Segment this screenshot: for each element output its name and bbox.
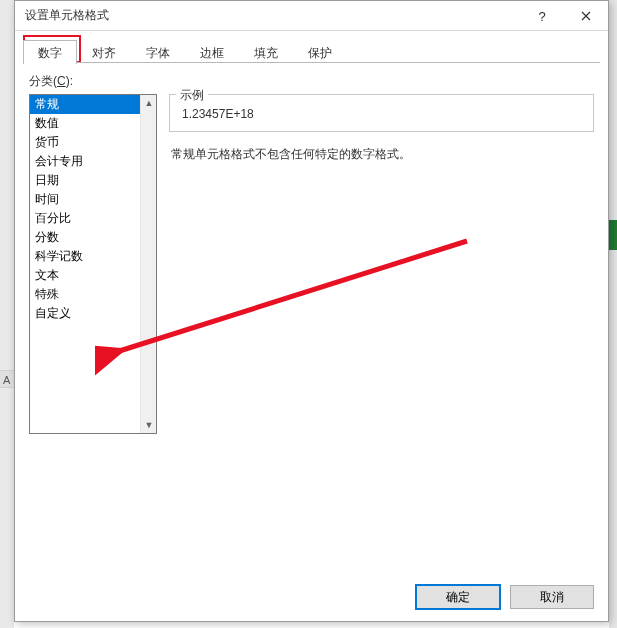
titlebar: 设置单元格格式 ? <box>15 1 608 31</box>
format-description: 常规单元格格式不包含任何特定的数字格式。 <box>171 146 594 163</box>
tab-underline <box>23 62 600 63</box>
ok-button[interactable]: 确定 <box>416 585 500 609</box>
tab-strip: 数字 对齐 字体 边框 填充 保护 <box>15 31 608 63</box>
tab-label: 对齐 <box>92 46 116 60</box>
cancel-button[interactable]: 取消 <box>510 585 594 609</box>
window-controls: ? <box>520 1 608 31</box>
category-item[interactable]: 自定义 <box>30 304 156 323</box>
category-item[interactable]: 科学记数 <box>30 247 156 266</box>
category-item[interactable]: 文本 <box>30 266 156 285</box>
category-item[interactable]: 会计专用 <box>30 152 156 171</box>
tab-label: 字体 <box>146 46 170 60</box>
category-label: 分类(C): <box>29 73 594 90</box>
bg-col-label: A <box>3 374 10 386</box>
detail-pane: 示例 1.23457E+18 常规单元格格式不包含任何特定的数字格式。 <box>169 94 594 434</box>
dialog-button-row: 确定 取消 <box>15 573 608 621</box>
tab-label: 保护 <box>308 46 332 60</box>
format-cells-dialog: 设置单元格格式 ? 数字 对齐 字体 边框 填充 保护 分类(C): 常规数值货… <box>14 0 609 622</box>
tab-fill[interactable]: 填充 <box>239 40 293 64</box>
button-label: 确定 <box>446 590 470 604</box>
help-icon: ? <box>538 9 545 24</box>
category-item[interactable]: 分数 <box>30 228 156 247</box>
tab-number[interactable]: 数字 <box>23 40 77 64</box>
category-item[interactable]: 百分比 <box>30 209 156 228</box>
help-button[interactable]: ? <box>520 1 564 31</box>
category-item[interactable]: 特殊 <box>30 285 156 304</box>
bg-left-strip <box>0 0 14 628</box>
sample-legend: 示例 <box>176 87 208 104</box>
category-item[interactable]: 时间 <box>30 190 156 209</box>
button-label: 取消 <box>540 590 564 604</box>
bg-right-strip <box>609 0 617 628</box>
tab-label: 数字 <box>38 46 62 60</box>
tab-alignment[interactable]: 对齐 <box>77 40 131 64</box>
scroll-up-button[interactable]: ▲ <box>141 95 157 111</box>
close-button[interactable] <box>564 1 608 31</box>
category-item[interactable]: 数值 <box>30 114 156 133</box>
close-icon <box>581 11 591 21</box>
scroll-down-button[interactable]: ▼ <box>141 417 157 433</box>
bg-green-strip <box>609 220 617 250</box>
tab-label: 填充 <box>254 46 278 60</box>
sample-groupbox: 示例 1.23457E+18 <box>169 94 594 132</box>
category-item[interactable]: 常规 <box>30 95 156 114</box>
dialog-content: 分类(C): 常规数值货币会计专用日期时间百分比分数科学记数文本特殊自定义 ▲ … <box>15 63 608 573</box>
tab-label: 边框 <box>200 46 224 60</box>
tab-protection[interactable]: 保护 <box>293 40 347 64</box>
tab-font[interactable]: 字体 <box>131 40 185 64</box>
dialog-title: 设置单元格格式 <box>25 7 109 24</box>
category-listbox[interactable]: 常规数值货币会计专用日期时间百分比分数科学记数文本特殊自定义 ▲ ▼ <box>29 94 157 434</box>
tab-border[interactable]: 边框 <box>185 40 239 64</box>
category-item[interactable]: 货币 <box>30 133 156 152</box>
scrollbar[interactable]: ▲ ▼ <box>140 95 156 433</box>
sample-value: 1.23457E+18 <box>182 107 585 121</box>
category-item[interactable]: 日期 <box>30 171 156 190</box>
